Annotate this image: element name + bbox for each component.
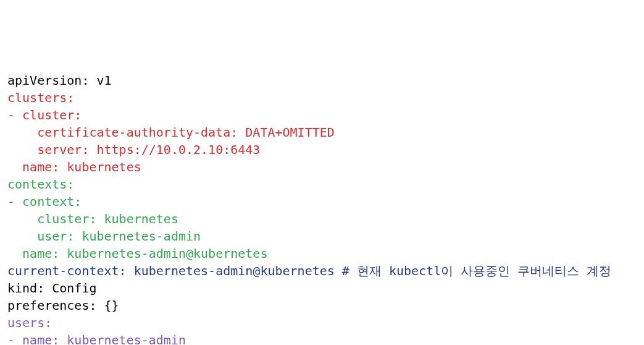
line-preferences: preferences: {} xyxy=(7,298,119,313)
line-user-name: - name: kubernetes-admin xyxy=(7,333,186,345)
line-server: server: https://10.0.2.10:6443 xyxy=(7,142,260,157)
line-context-name: name: kubernetes-admin@kubernetes xyxy=(7,246,267,261)
line-clusters-key: clusters: xyxy=(7,90,74,105)
line-kind: kind: Config xyxy=(7,281,97,296)
line-api-version: apiVersion: v1 xyxy=(7,73,112,88)
line-contexts-key: contexts: xyxy=(7,177,74,192)
line-cert-authority: certificate-authority-data: DATA+OMITTED xyxy=(7,125,335,140)
line-context-item: - context: xyxy=(7,194,82,209)
line-current-context: current-context: kubernetes-admin@kubern… xyxy=(7,263,611,278)
line-context-cluster: cluster: kubernetes xyxy=(7,211,178,226)
line-users-key: users: xyxy=(7,315,52,330)
line-cluster-item: - cluster: xyxy=(7,108,82,122)
line-cluster-name: name: kubernetes xyxy=(7,160,141,174)
code-block: apiVersion: v1 clusters: - cluster: cert… xyxy=(7,72,637,345)
line-context-user: user: kubernetes-admin xyxy=(7,229,201,244)
